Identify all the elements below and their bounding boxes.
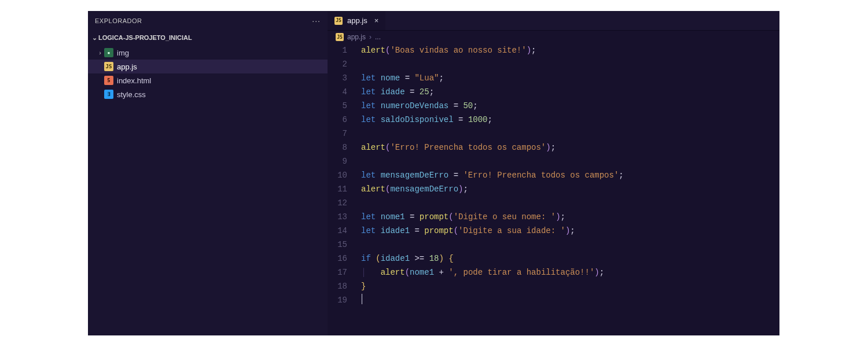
code-content[interactable]: alert('Boas vindas ao nosso site!'); let… bbox=[355, 43, 779, 335]
tree-item-index-html[interactable]: 5index.html bbox=[88, 73, 328, 87]
line-number: 1 bbox=[328, 43, 347, 57]
code-line[interactable]: let saldoDisponivel = 1000; bbox=[361, 113, 779, 127]
explorer-sidebar: EXPLORADOR ··· ⌄ LOGICA-JS-PROJETO_INICI… bbox=[88, 11, 328, 335]
tab-label: app.js bbox=[347, 16, 367, 25]
project-name: LOGICA-JS-PROJETO_INICIAL bbox=[98, 34, 192, 41]
line-number: 2 bbox=[328, 57, 347, 71]
css-icon: ∃ bbox=[104, 90, 113, 99]
line-number: 15 bbox=[328, 238, 347, 252]
text-cursor bbox=[362, 294, 362, 304]
line-number: 3 bbox=[328, 71, 347, 85]
chevron-right-icon: › bbox=[96, 49, 104, 56]
code-line[interactable]: alert('Erro! Preencha todos os campos'); bbox=[361, 141, 779, 154]
line-number: 8 bbox=[328, 141, 347, 154]
breadcrumb[interactable]: JS app.js › ... bbox=[328, 31, 779, 43]
line-number: 16 bbox=[328, 252, 347, 265]
code-line[interactable]: let idade1 = prompt('Digite a sua idade:… bbox=[361, 224, 779, 238]
line-number: 10 bbox=[328, 168, 347, 182]
line-number: 6 bbox=[328, 113, 347, 127]
code-line[interactable] bbox=[361, 57, 779, 71]
tree-item-style-css[interactable]: ∃style.css bbox=[88, 87, 328, 101]
line-number: 7 bbox=[328, 127, 347, 141]
breadcrumb-file: app.js bbox=[347, 33, 366, 41]
code-line[interactable] bbox=[361, 196, 779, 210]
line-number: 12 bbox=[328, 196, 347, 210]
tab-bar: JS app.js × bbox=[328, 11, 779, 31]
tree-item-label: img bbox=[113, 49, 129, 57]
code-line[interactable]: alert(mensagemDeErro); bbox=[361, 182, 779, 196]
tree-item-img[interactable]: ›▪img bbox=[88, 46, 328, 60]
tree-item-app-js[interactable]: JSapp.js bbox=[88, 60, 328, 73]
js-icon: JS bbox=[334, 17, 343, 25]
editor-area: JS app.js × JS app.js › ... 123456789101… bbox=[328, 11, 779, 335]
line-number: 18 bbox=[328, 279, 347, 293]
tab-app-js[interactable]: JS app.js × bbox=[328, 11, 385, 30]
js-icon: JS bbox=[336, 33, 344, 41]
breadcrumb-tail: ... bbox=[375, 33, 381, 41]
line-number: 5 bbox=[328, 99, 347, 113]
code-line[interactable]: let numeroDeVendas = 50; bbox=[361, 99, 779, 113]
code-line[interactable]: let nome = "Lua"; bbox=[361, 71, 779, 85]
explorer-header: EXPLORADOR ··· bbox=[88, 11, 328, 31]
code-line[interactable]: } bbox=[361, 279, 779, 293]
code-line[interactable]: alert('Boas vindas ao nosso site!'); bbox=[361, 43, 779, 57]
file-tree: ›▪imgJSapp.js5index.html∃style.css bbox=[88, 45, 328, 101]
js-icon: JS bbox=[104, 62, 113, 71]
code-line[interactable]: let mensagemDeErro = 'Erro! Preencha tod… bbox=[361, 168, 779, 182]
code-line[interactable]: │ alert(nome1 + ', pode tirar a habilita… bbox=[361, 265, 779, 279]
folder-icon: ▪ bbox=[104, 48, 113, 57]
vscode-window: EXPLORADOR ··· ⌄ LOGICA-JS-PROJETO_INICI… bbox=[88, 11, 779, 335]
line-number: 14 bbox=[328, 224, 347, 238]
code-line[interactable] bbox=[361, 127, 779, 141]
tree-item-label: index.html bbox=[113, 76, 151, 85]
html-icon: 5 bbox=[104, 76, 113, 85]
explorer-more-icon[interactable]: ··· bbox=[312, 16, 321, 25]
code-line[interactable]: let idade = 25; bbox=[361, 85, 779, 99]
line-number: 11 bbox=[328, 182, 347, 196]
tree-item-label: style.css bbox=[113, 90, 146, 99]
line-number: 13 bbox=[328, 210, 347, 224]
code-line[interactable] bbox=[361, 154, 779, 168]
line-number: 9 bbox=[328, 154, 347, 168]
code-line[interactable] bbox=[361, 293, 779, 307]
explorer-title: EXPLORADOR bbox=[95, 17, 142, 24]
line-gutter: 12345678910111213141516171819 bbox=[328, 43, 355, 335]
code-editor[interactable]: 12345678910111213141516171819 alert('Boa… bbox=[328, 43, 779, 335]
line-number: 4 bbox=[328, 85, 347, 99]
code-line[interactable]: if (idade1 >= 18) { bbox=[361, 252, 779, 265]
code-line[interactable]: let nome1 = prompt('Digite o seu nome: '… bbox=[361, 210, 779, 224]
code-line[interactable] bbox=[361, 238, 779, 252]
line-number: 17 bbox=[328, 265, 347, 279]
close-icon[interactable]: × bbox=[372, 16, 379, 25]
line-number: 19 bbox=[328, 293, 347, 307]
tree-item-label: app.js bbox=[113, 62, 137, 71]
chevron-right-icon: › bbox=[369, 33, 372, 41]
chevron-down-icon: ⌄ bbox=[90, 34, 98, 42]
project-root[interactable]: ⌄ LOGICA-JS-PROJETO_INICIAL bbox=[88, 31, 328, 45]
